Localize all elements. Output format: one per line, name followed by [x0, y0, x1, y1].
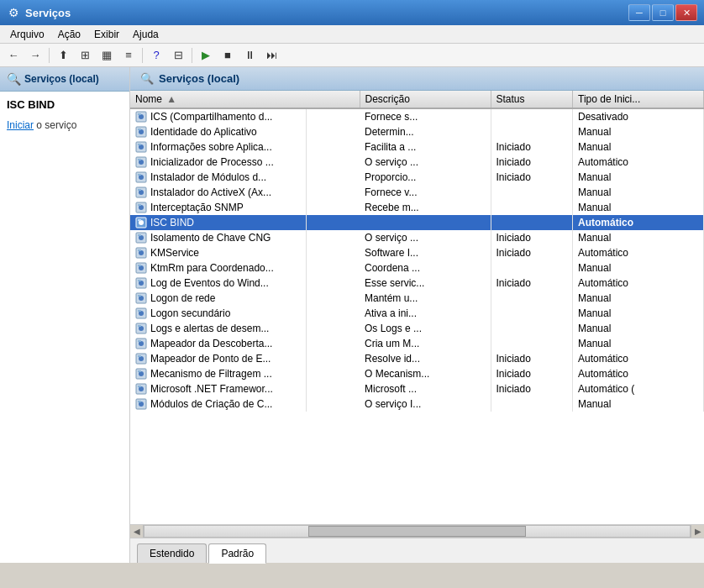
up-button[interactable]: ⬆ [53, 46, 73, 65]
play-button[interactable]: ▶ [196, 46, 216, 65]
table-row[interactable]: Instalador do ActiveX (Ax...Fornece v...… [130, 185, 704, 200]
service-icon [135, 323, 147, 334]
back-button[interactable]: ← [3, 46, 24, 65]
service-desc: Facilita a ... [360, 139, 491, 155]
service-icon [135, 141, 147, 153]
table-row[interactable]: Identidade do AplicativoDetermin...Manua… [130, 124, 704, 139]
svg-rect-8 [138, 144, 141, 145]
table-row[interactable]: Logon de redeMantém u...Manual [130, 291, 704, 306]
service-startup: Manual [573, 306, 704, 321]
show-hide-button[interactable]: ⊞ [75, 46, 95, 65]
service-desc: Determin... [360, 124, 491, 139]
skip-button[interactable]: ⏭ [261, 46, 281, 65]
table-row[interactable]: Log de Eventos do Wind...Esse servic...I… [130, 276, 704, 291]
menu-ajuda[interactable]: Ajuda [126, 27, 165, 42]
service-status [491, 260, 573, 276]
table-row[interactable]: KMServiceSoftware I...IniciadoAutomático [130, 245, 704, 260]
service-icon [135, 307, 147, 319]
service-startup: Automático [573, 155, 704, 170]
service-startup: Automático ( [573, 381, 704, 396]
menu-exibir[interactable]: Exibir [87, 27, 126, 42]
service-icon [135, 156, 147, 168]
bottom-tabs: Estendido Padrão [130, 538, 704, 563]
service-icon [135, 217, 147, 228]
service-status [491, 321, 573, 336]
services-table-container[interactable]: Nome ▲ Descrição Status Tipo de Inici... [130, 91, 704, 524]
table-row[interactable]: Mapeador de Ponto de E...Resolve id...In… [130, 351, 704, 366]
tab-padrao[interactable]: Padrão [208, 543, 266, 564]
col-desc[interactable]: Descrição [360, 91, 491, 108]
content-area: 🔍 Serviços (local) Nome ▲ Descrição [130, 67, 704, 563]
close-button[interactable]: ✕ [675, 4, 697, 21]
table-row[interactable]: Módulos de Criação de C...O serviço I...… [130, 396, 704, 412]
view2-button[interactable]: ≡ [118, 46, 139, 65]
service-desc: Esse servic... [360, 276, 491, 291]
help-button[interactable]: ? [146, 46, 166, 65]
minimize-button[interactable]: ─ [628, 4, 650, 21]
menu-acao[interactable]: Ação [51, 27, 87, 42]
table-row[interactable]: Instalador de Módulos d...Proporcio...In… [130, 170, 704, 185]
sidebar: 🔍 Serviços (local) ISC BIND Iniciar o se… [0, 67, 130, 563]
service-name: ISC BIND [150, 217, 194, 228]
service-startup: Manual [573, 396, 704, 412]
table-row[interactable]: Inicializador de Processo ...O serviço .… [130, 155, 704, 170]
service-desc: Os Logs e ... [360, 321, 491, 336]
properties-button[interactable]: ⊟ [168, 46, 188, 65]
sidebar-start-link[interactable]: Iniciar [7, 119, 34, 131]
service-startup: Desativado [573, 108, 704, 124]
table-row[interactable]: Isolamento de Chave CNGO serviço ...Inic… [130, 230, 704, 245]
view1-button[interactable]: ▦ [97, 46, 117, 65]
pause-button[interactable]: ⏸ [239, 46, 260, 65]
table-row[interactable]: Informações sobre Aplica...Facilita a ..… [130, 139, 704, 155]
service-startup: Automático [573, 351, 704, 366]
service-icon [135, 292, 147, 304]
service-name: Módulos de Criação de C... [150, 398, 272, 410]
service-desc: Recebe m... [360, 200, 491, 215]
service-desc: Resolve id... [360, 351, 491, 366]
service-desc: Proporcio... [360, 170, 491, 185]
svg-rect-20 [138, 204, 141, 206]
service-name: Inicializador de Processo ... [150, 156, 274, 168]
tab-estendido[interactable]: Estendido [137, 543, 207, 563]
table-row[interactable]: ICS (Compartilhamento d...Fornece s...De… [130, 108, 704, 124]
table-row[interactable]: Logon secundárioAtiva a ini...Manual [130, 306, 704, 321]
table-row[interactable]: Mecanismo de Filtragem ...O Mecanism...I… [130, 366, 704, 381]
horizontal-scrollbar[interactable]: ◀ ▶ [130, 524, 704, 538]
table-row[interactable]: ISC BINDAutomático [130, 215, 704, 230]
service-startup: Automático [573, 245, 704, 260]
service-icon [135, 126, 147, 138]
col-name[interactable]: Nome ▲ [130, 91, 360, 108]
table-row[interactable]: Microsoft .NET Framewor...Microsoft ...I… [130, 381, 704, 396]
table-row[interactable]: Interceptação SNMPRecebe m...Manual [130, 200, 704, 215]
table-row[interactable]: Logs e alertas de desem...Os Logs e ...M… [130, 321, 704, 336]
service-status: Iniciado [491, 139, 573, 155]
h-scroll-right-btn[interactable]: ▶ [691, 525, 704, 538]
table-row[interactable]: KtmRm para Coordenado...Coordena ...Manu… [130, 260, 704, 276]
service-name: Instalador de Módulos d... [150, 171, 266, 183]
table-row[interactable]: Mapeador da Descoberta...Cria um M...Man… [130, 336, 704, 351]
sort-arrow-icon: ▲ [166, 93, 176, 105]
service-startup: Manual [573, 185, 704, 200]
content-header: 🔍 Serviços (local) [130, 67, 704, 91]
service-name: Microsoft .NET Framewor... [150, 383, 273, 395]
maximize-button[interactable]: □ [652, 4, 674, 21]
service-startup: Automático [573, 366, 704, 381]
service-icon [135, 186, 147, 198]
window-icon: ⚙ [7, 6, 20, 19]
window-title: Serviços [25, 7, 628, 19]
h-scroll-thumb[interactable] [308, 526, 527, 537]
svg-rect-5 [138, 129, 141, 130]
service-desc [360, 215, 491, 230]
h-scroll-track[interactable] [144, 525, 691, 538]
service-status [491, 185, 573, 200]
menu-arquivo[interactable]: Arquivo [3, 27, 51, 42]
service-name: Logon secundário [150, 307, 230, 319]
col-status[interactable]: Status [491, 91, 573, 108]
h-scroll-left-btn[interactable]: ◀ [130, 525, 144, 538]
col-startup[interactable]: Tipo de Inici... [573, 91, 704, 108]
service-startup: Manual [573, 321, 704, 336]
stop-button[interactable]: ■ [218, 46, 238, 65]
forward-button[interactable]: → [25, 46, 45, 65]
svg-rect-56 [138, 386, 141, 387]
title-bar: ⚙ Serviços ─ □ ✕ [0, 0, 704, 25]
